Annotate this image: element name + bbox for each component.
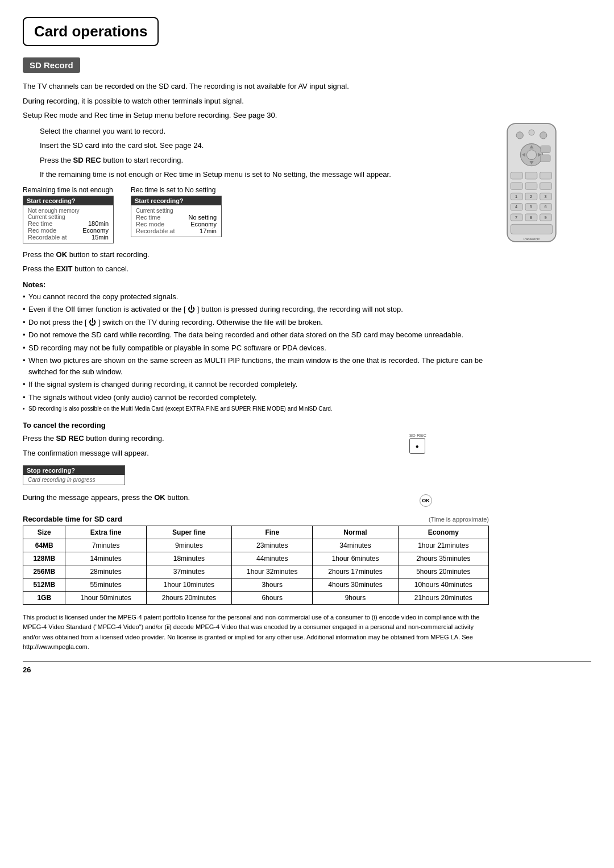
notes-section: Notes: You cannot record the copy protec… (23, 280, 489, 414)
note-item: Do not press the [ ⏻ ] switch on the TV … (23, 317, 489, 328)
note-item: SD recording may not be fully compatible… (23, 342, 489, 354)
dialog-left-box: Start recording? Not enough memory Curre… (23, 196, 114, 243)
svg-rect-14 (525, 183, 537, 189)
remote-control-area: Panasonic 1 2 3 4 5 6 7 8 9 (489, 120, 574, 247)
svg-rect-27 (511, 224, 552, 234)
svg-text:1: 1 (515, 194, 517, 199)
cancel-section: To cancel the recording Press the SD REC… (23, 421, 489, 507)
dialog-right-area: Rec time is set to No setting Start reco… (131, 186, 222, 237)
ok-badge-area: OK (420, 494, 432, 507)
dialog-right-box: Start recording? Current setting Rec tim… (131, 196, 222, 237)
after-dialog-text: Press the OK button to start recording. … (23, 249, 489, 275)
svg-text:7: 7 (515, 215, 517, 220)
after-stop-area: During the message appears, press the OK… (23, 492, 489, 507)
svg-text:3: 3 (544, 194, 546, 199)
svg-rect-26 (541, 155, 550, 162)
svg-text:5: 5 (530, 204, 532, 209)
note-item: You cannot record the copy protected sig… (23, 291, 489, 303)
svg-text:8: 8 (530, 215, 532, 220)
footer-text: This product is licensed under the MPEG-… (23, 613, 489, 652)
svg-rect-15 (540, 183, 552, 189)
svg-point-1 (516, 132, 523, 139)
svg-point-5 (526, 150, 536, 160)
table-row: 128MB 14minutes 18minutes 44minutes 1hou… (23, 552, 489, 565)
table-row: 64MB 7minutes 9minutes 23minutes 34minut… (23, 539, 489, 552)
svg-rect-12 (540, 172, 552, 179)
svg-text:Panasonic: Panasonic (524, 237, 540, 241)
col-normal: Normal (313, 526, 398, 539)
section-header: SD Record (23, 57, 489, 81)
note-item: Even if the Off timer function is activa… (23, 304, 489, 315)
col-fine: Fine (232, 526, 313, 539)
cancel-content: Press the SD REC button during recording… (23, 433, 489, 507)
note-item: The signals without video (only audio) c… (23, 392, 489, 403)
svg-point-3 (540, 132, 547, 139)
col-economy: Economy (398, 526, 488, 539)
col-size: Size (23, 526, 65, 539)
note-item: Do not remove the SD card while recordin… (23, 329, 489, 341)
svg-text:4: 4 (515, 204, 517, 209)
intro-text: The TV channels can be recorded on the S… (23, 81, 489, 121)
svg-rect-11 (525, 172, 537, 179)
note-item: When two pictures are shown on the same … (23, 355, 489, 377)
table-row: 512MB 55minutes 1hour 10minutes 3hours 4… (23, 578, 489, 591)
page-number: 26 (23, 662, 591, 674)
notes-list: You cannot record the copy protected sig… (23, 291, 489, 414)
col-super-fine: Super fine (146, 526, 231, 539)
page-title: Card operations (23, 17, 591, 57)
svg-point-2 (529, 130, 534, 135)
svg-rect-13 (511, 183, 522, 189)
svg-text:9: 9 (544, 215, 546, 220)
col-extra-fine: Extra fine (65, 526, 146, 539)
stop-dialog: Stop recording? Card recording in progre… (23, 462, 489, 489)
note-item: If the signal system is changed during r… (23, 379, 489, 390)
table-header-row: Recordable time for SD card (Time is app… (23, 515, 489, 526)
table-row: 256MB 28minutes 37minutes 1hour 32minute… (23, 565, 489, 578)
sd-rec-badge-cancel: SD REC ● (409, 433, 426, 454)
svg-text:2: 2 (530, 194, 532, 199)
table-section: Recordable time for SD card (Time is app… (23, 515, 489, 605)
svg-text:6: 6 (544, 204, 546, 209)
svg-rect-10 (511, 172, 522, 179)
dialog-left-area: Remaining time is not enough Start recor… (23, 186, 114, 243)
steps-area: Select the channel you want to record. I… (40, 126, 489, 180)
start-recording-dialogs: Remaining time is not enough Start recor… (23, 186, 489, 243)
table-row: 1GB 1hour 50minutes 2hours 20minutes 6ho… (23, 591, 489, 604)
svg-rect-25 (541, 146, 550, 152)
remote-control: Panasonic 1 2 3 4 5 6 7 8 9 (500, 120, 563, 247)
note-item: SD recording is also possible on the Mul… (23, 404, 489, 413)
recordable-time-table: Size Extra fine Super fine Fine Normal E… (23, 526, 489, 605)
